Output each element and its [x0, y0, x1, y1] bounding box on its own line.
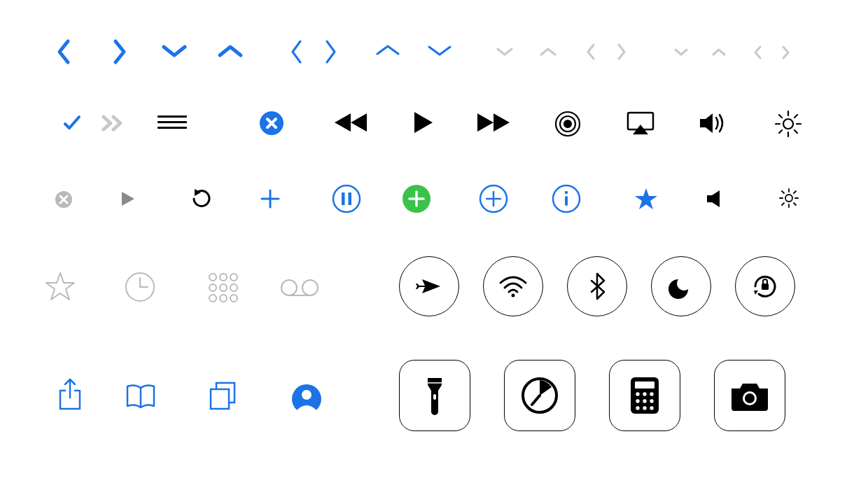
camera-button[interactable] [714, 360, 785, 431]
share-icon[interactable] [57, 378, 83, 412]
svg-marker-70 [754, 290, 758, 295]
svg-point-85 [650, 392, 653, 396]
svg-point-8 [564, 120, 571, 127]
star-outline-icon[interactable] [45, 272, 76, 301]
svg-point-91 [650, 406, 653, 410]
airplay-icon[interactable] [626, 111, 655, 136]
pause-circle-icon[interactable] [332, 184, 361, 214]
svg-marker-43 [707, 190, 720, 207]
airdrop-icon[interactable] [553, 109, 582, 139]
svg-line-50 [794, 203, 796, 205]
fast-forward-icon[interactable] [476, 112, 511, 133]
timer-button[interactable] [504, 360, 575, 431]
chevron-left-small-icon [585, 43, 596, 61]
chevron-down-icon [161, 43, 188, 59]
svg-point-67 [302, 280, 318, 295]
chevron-down-outline-icon [427, 43, 452, 57]
bluetooth-button[interactable] [567, 256, 627, 316]
chevron-up-icon [217, 43, 244, 59]
svg-marker-3 [351, 113, 367, 132]
svg-point-58 [220, 274, 227, 281]
svg-point-61 [220, 284, 227, 291]
svg-rect-41 [565, 196, 568, 206]
wifi-button[interactable] [483, 256, 543, 316]
svg-line-20 [794, 130, 797, 133]
chevron-up-tiny-icon [711, 48, 727, 57]
svg-point-93 [745, 393, 755, 403]
volume-up-icon[interactable] [699, 111, 728, 135]
plus-circle-filled-icon[interactable] [402, 184, 431, 214]
svg-rect-31 [342, 192, 345, 205]
airplane-mode-button[interactable] [399, 256, 459, 316]
svg-point-65 [230, 295, 237, 302]
volume-mute-icon[interactable] [706, 189, 724, 209]
svg-point-86 [636, 399, 639, 402]
svg-marker-4 [335, 113, 351, 132]
do-not-disturb-button[interactable] [651, 256, 711, 316]
svg-line-51 [794, 191, 796, 193]
chevron-right-icon [112, 38, 127, 65]
svg-rect-71 [762, 284, 769, 290]
svg-rect-77 [433, 394, 436, 400]
rotation-lock-button[interactable] [735, 256, 795, 316]
svg-rect-32 [349, 192, 352, 205]
info-circle-icon[interactable] [552, 184, 581, 214]
svg-point-57 [209, 274, 216, 281]
brightness-small-icon[interactable] [778, 188, 799, 209]
svg-point-60 [209, 284, 216, 291]
svg-point-87 [643, 399, 646, 402]
copy-icon[interactable] [209, 381, 237, 410]
svg-marker-7 [493, 113, 510, 132]
plus-icon[interactable] [259, 188, 281, 210]
chevron-right-small-icon [616, 43, 627, 61]
play-icon[interactable] [413, 111, 434, 134]
svg-point-30 [333, 186, 360, 212]
svg-point-84 [643, 392, 646, 396]
svg-marker-42 [635, 188, 657, 209]
menu-icon[interactable] [158, 115, 187, 129]
rewind-icon[interactable] [333, 112, 368, 133]
svg-point-59 [230, 274, 237, 281]
chevron-up-outline-icon [375, 43, 400, 57]
svg-point-89 [636, 406, 639, 410]
flashlight-button[interactable] [399, 360, 470, 431]
calculator-button[interactable] [609, 360, 680, 431]
user-circle-icon[interactable] [291, 384, 322, 414]
svg-point-44 [785, 195, 792, 202]
svg-marker-53 [46, 273, 74, 300]
plus-circle-icon[interactable] [479, 184, 508, 214]
svg-point-66 [281, 280, 297, 295]
chevron-down-small-icon [496, 46, 514, 57]
svg-line-80 [532, 396, 540, 405]
chevron-down-tiny-icon [673, 48, 689, 57]
svg-point-14 [783, 119, 793, 129]
svg-point-40 [565, 191, 568, 194]
brightness-icon[interactable] [774, 110, 802, 138]
svg-point-88 [650, 399, 653, 402]
checkmark-icon [62, 112, 83, 133]
play-small-gray-icon[interactable] [120, 190, 136, 207]
chevron-left-icon [56, 38, 71, 65]
close-gray-icon[interactable] [55, 190, 73, 209]
svg-marker-13 [700, 113, 713, 133]
voicemail-icon[interactable] [280, 279, 319, 297]
svg-point-76 [302, 390, 312, 400]
reload-icon[interactable] [190, 188, 211, 210]
svg-rect-74 [211, 389, 229, 409]
close-circle-icon[interactable] [259, 111, 284, 136]
chevron-left-outline-icon [290, 39, 304, 64]
clock-icon[interactable] [125, 272, 155, 302]
double-chevron-right-icon [102, 115, 125, 132]
svg-marker-6 [477, 113, 493, 132]
svg-point-63 [209, 295, 216, 302]
svg-point-90 [643, 406, 646, 410]
svg-line-21 [794, 115, 797, 118]
book-icon[interactable] [125, 384, 157, 410]
star-filled-icon[interactable] [634, 188, 658, 210]
chevron-up-small-icon [539, 46, 557, 57]
chevron-left-tiny-icon [753, 45, 762, 60]
svg-line-22 [779, 130, 782, 133]
keypad-icon[interactable] [207, 272, 239, 304]
svg-line-52 [782, 203, 784, 205]
svg-marker-5 [414, 112, 433, 133]
